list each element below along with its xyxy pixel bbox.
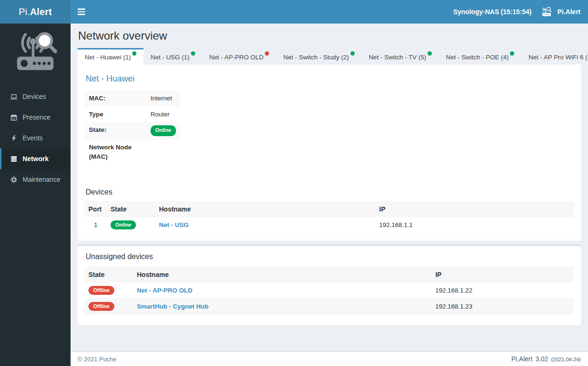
host-status[interactable]: Synology-NAS (15:15:54) — [449, 1, 536, 23]
status-dot — [350, 51, 355, 56]
pialert-mini-logo-icon — [541, 7, 554, 17]
device-link-smarthub-cygnet-hub[interactable]: SmartHub - Cygnet Hub — [137, 303, 208, 310]
copyright-text: © 2021 Puche — [78, 356, 117, 363]
tab-net-switch-tv[interactable]: Net - Switch - TV (5) — [362, 48, 439, 65]
column-header-port: Port — [85, 201, 107, 217]
column-header-hostname: Hostname — [133, 267, 431, 283]
node-info-table: MAC: Internet Type Router State: Online — [85, 90, 180, 164]
sidebar-toggle-button[interactable] — [71, 0, 92, 24]
hamburger-icon — [78, 8, 85, 10]
info-value — [146, 139, 180, 164]
server-icon — [10, 155, 17, 163]
status-dot — [428, 51, 432, 56]
column-header-state: State — [85, 267, 133, 283]
status-dot — [510, 51, 514, 56]
app-home-link[interactable]: Pi.Alert — [540, 0, 581, 23]
tab-label: Net - AP Pro WiFi 6 (32) — [528, 54, 588, 61]
sidebar-item-maintenance[interactable]: Maintenance — [0, 169, 71, 190]
sidebar-item-network[interactable]: Network — [0, 148, 71, 169]
app-link-label: Pi.Alert — [557, 8, 580, 16]
footer-version-number: 3.02 — [535, 355, 548, 363]
content-area: Network overview Net - Huawei (1) Net - … — [71, 24, 588, 351]
unassigned-table: State Hostname IP Offline Net - AP-PRO O… — [85, 267, 574, 315]
device-ip: 192.168.1.23 — [431, 299, 574, 315]
info-label: Type — [85, 106, 146, 122]
device-link-net-usg[interactable]: Net - USG — [159, 221, 189, 228]
column-header-ip: IP — [431, 267, 574, 283]
device-link-net-ap-pro-old[interactable]: Net - AP-PRO OLD — [137, 287, 192, 294]
sidebar: Devices Presence Events — [0, 24, 71, 366]
status-badge: Offline — [88, 286, 114, 295]
status-dot — [132, 51, 136, 56]
sidebar-item-label: Events — [23, 134, 43, 142]
info-row-network-node: Network Node (MAC) — [85, 139, 180, 164]
devices-table-header: Port State Hostname IP — [85, 201, 574, 217]
tab-net-switch-poe[interactable]: Net - Switch - POE (4) — [439, 48, 522, 65]
top-bar: Pi.Alert Synology-NAS (15:15:54) — [0, 0, 588, 24]
sidebar-item-label: Maintenance — [23, 176, 60, 183]
tab-label: Net - Huawei (1) — [85, 54, 131, 61]
tab-net-huawei[interactable]: Net - Huawei (1) — [78, 48, 143, 65]
tab-net-usg[interactable]: Net - USG (1) — [143, 48, 202, 65]
info-label: State: — [85, 122, 146, 139]
column-header-state: State — [107, 201, 155, 217]
status-dot — [265, 51, 269, 56]
column-header-hostname: Hostname — [155, 201, 375, 217]
tab-net-ap-pro-wifi6[interactable]: Net - AP Pro WiFi 6 (32) — [521, 48, 588, 65]
device-port: 1 — [85, 217, 107, 233]
sidebar-item-label: Network — [23, 155, 48, 163]
sidebar-item-events[interactable]: Events — [0, 128, 71, 148]
device-ip: 192.168.1.1 — [375, 217, 574, 233]
info-value: Router — [146, 106, 180, 122]
footer-app-name: Pi.Alert — [511, 355, 532, 363]
brand-suffix: Alert — [30, 7, 52, 17]
sidebar-logo — [0, 24, 71, 80]
tab-label: Net - Switch - Study (2) — [283, 54, 349, 61]
sidebar-item-label: Presence — [23, 114, 50, 121]
info-row-state: State: Online — [85, 122, 180, 139]
node-title: Net - Huawei — [86, 74, 573, 84]
table-row: Offline Net - AP-PRO OLD 192.168.1.22 — [85, 283, 574, 299]
sidebar-menu: Devices Presence Events — [0, 86, 71, 190]
footer-version-info: Pi.Alert 3.02 (2021-04-24) — [511, 355, 581, 363]
tab-net-ap-pro-old[interactable]: Net - AP-PRO OLD — [202, 48, 277, 65]
status-badge: Online — [151, 125, 176, 136]
status-badge: Online — [111, 220, 136, 229]
brand-prefix: Pi. — [19, 7, 30, 17]
unassigned-table-header: State Hostname IP — [85, 267, 574, 283]
unassigned-panel: Unassigned devices State Hostname IP Off… — [78, 245, 581, 325]
network-tabs: Net - Huawei (1) Net - USG (1) Net - AP-… — [78, 48, 581, 65]
status-badge: Offline — [88, 302, 114, 311]
footer: © 2021 Puche Pi.Alert 3.02 (2021-04-24) — [71, 351, 588, 366]
sidebar-item-devices[interactable]: Devices — [0, 86, 71, 107]
brand-logo[interactable]: Pi.Alert — [0, 0, 71, 24]
sidebar-item-label: Devices — [23, 93, 46, 100]
top-navbar: Synology-NAS (15:15:54) — [71, 0, 588, 24]
navbar-right: Synology-NAS (15:15:54) — [449, 0, 588, 23]
device-ip: 192.168.1.22 — [431, 283, 574, 299]
table-row: 1 Online Net - USG 192.168.1.1 — [85, 217, 574, 233]
footer-release-date: (2021-04-24) — [551, 357, 581, 362]
info-label: MAC: — [85, 90, 146, 106]
info-value: Internet — [146, 90, 180, 106]
status-dot — [191, 51, 195, 56]
unassigned-heading: Unassigned devices — [86, 252, 573, 261]
info-row-type: Type Router — [85, 106, 180, 122]
bolt-icon — [10, 135, 17, 142]
page-title: Network overview — [78, 29, 580, 42]
node-panel: Net - Huawei MAC: Internet Type Router S… — [78, 65, 581, 241]
table-row: Offline SmartHub - Cygnet Hub 192.168.1.… — [85, 299, 574, 315]
devices-heading: Devices — [86, 188, 573, 196]
column-header-ip: IP — [375, 201, 574, 217]
tab-net-switch-study[interactable]: Net - Switch - Study (2) — [276, 48, 362, 65]
info-row-mac: MAC: Internet — [85, 90, 180, 106]
gear-icon — [10, 176, 17, 183]
tab-label: Net - USG (1) — [151, 54, 190, 61]
info-label: Network Node (MAC) — [85, 139, 146, 164]
sidebar-item-presence[interactable]: Presence — [0, 107, 71, 128]
tab-label: Net - AP-PRO OLD — [209, 54, 264, 61]
pialert-logo-icon — [11, 29, 60, 74]
tab-label: Net - Switch - POE (4) — [446, 54, 509, 61]
tab-label: Net - Switch - TV (5) — [369, 54, 426, 61]
calendar-icon — [10, 114, 17, 121]
